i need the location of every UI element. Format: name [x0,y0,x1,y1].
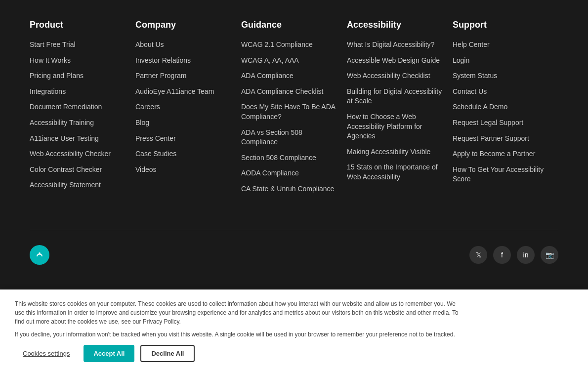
social-icon-twitter[interactable]: 𝕏 [469,246,487,264]
footer-column-list-accessibility: What Is Digital Accessibility?Accessible… [347,40,443,182]
footer-column-list-support: Help CenterLoginSystem StatusContact UsS… [453,40,548,184]
logo-icon [30,245,49,265]
footer-column-list-product: Start Free TrialHow It WorksPricing and … [30,40,126,190]
list-item: ADA vs Section 508 Compliance [241,128,337,147]
footer-column-title-guidance: Guidance [241,20,337,30]
link-how-to-choose-a-web-accessibility-platform-for-agencies[interactable]: How to Choose a Web Accessibility Platfo… [347,112,443,141]
list-item: Request Legal Support [453,118,548,128]
list-item: How to Choose a Web Accessibility Platfo… [347,112,443,141]
link-case-studies[interactable]: Case Studies [135,149,231,159]
list-item: Apply to Become a Partner [453,149,548,159]
link-ada-vs-section-508-compliance[interactable]: ADA vs Section 508 Compliance [241,128,337,147]
link-press-center[interactable]: Press Center [135,134,231,144]
link-document-remediation[interactable]: Document Remediation [30,102,126,112]
link-color-contrast-checker[interactable]: Color Contrast Checker [30,165,126,175]
link-investor-relations[interactable]: Investor Relations [135,56,231,66]
link-help-center[interactable]: Help Center [453,40,548,50]
list-item: WCAG 2.1 Compliance [241,40,337,50]
list-item: ADA Compliance Checklist [241,87,337,97]
footer-navigation: ProductStart Free TrialHow It WorksPrici… [0,0,588,230]
footer-column-product: ProductStart Free TrialHow It WorksPrici… [30,20,135,200]
list-item: A11iance User Testing [30,134,126,144]
link-building-for-digital-accessibility-at-scale[interactable]: Building for Digital Accessibility at Sc… [347,87,443,106]
list-item: Web Accessibility Checklist [347,71,443,81]
list-item: About Us [135,40,231,50]
link-web-accessibility-checklist[interactable]: Web Accessibility Checklist [347,71,443,81]
list-item: Schedule A Demo [453,102,548,112]
social-icon-facebook[interactable]: f [493,246,511,264]
list-item: Accessibility Training [30,118,126,128]
link-about-us[interactable]: About Us [135,40,231,50]
social-icon-instagram[interactable]: 📷 [541,246,558,264]
link-system-status[interactable]: System Status [453,71,548,81]
link-accessibility-training[interactable]: Accessibility Training [30,118,126,128]
list-item: WCAG A, AA, AAA [241,56,337,66]
link-schedule-a-demo[interactable]: Schedule A Demo [453,102,548,112]
list-item: Making Accessibility Visible [347,147,443,157]
list-item: Login [453,56,548,66]
footer-column-title-accessibility: Accessibility [347,20,443,30]
link-wcag-a-aa-aaa[interactable]: WCAG A, AA, AAA [241,56,337,66]
footer-column-title-company: Company [135,20,231,30]
link-pricing-and-plans[interactable]: Pricing and Plans [30,71,126,81]
link-integrations[interactable]: Integrations [30,87,126,97]
list-item: Pricing and Plans [30,71,126,81]
link-apply-to-become-a-partner[interactable]: Apply to Become a Partner [453,149,548,159]
link-ada-compliance-checklist[interactable]: ADA Compliance Checklist [241,87,337,97]
link-how-to-get-your-accessibility-score[interactable]: How To Get Your Accessibility Score [453,165,548,184]
list-item: Investor Relations [135,56,231,66]
footer-column-guidance: GuidanceWCAG 2.1 ComplianceWCAG A, AA, A… [241,20,347,200]
link-how-it-works[interactable]: How It Works [30,56,126,66]
link-audioeye-a11iance-team[interactable]: AudioEye A11iance Team [135,87,231,97]
list-item: Case Studies [135,149,231,159]
social-icons-container: 𝕏fin📷 [469,246,558,264]
link-blog[interactable]: Blog [135,118,231,128]
link-does-my-site-have-to-be-ada-compliance[interactable]: Does My Site Have To Be ADA Compliance? [241,102,337,122]
footer-column-list-company: About UsInvestor RelationsPartner Progra… [135,40,231,174]
list-item: Integrations [30,87,126,97]
link-section-508-compliance[interactable]: Section 508 Compliance [241,153,337,163]
link-videos[interactable]: Videos [135,165,231,175]
link-ca-state--unruh-compliance[interactable]: CA State & Unruh Compliance [241,184,337,194]
list-item: What Is Digital Accessibility? [347,40,443,50]
link-request-legal-support[interactable]: Request Legal Support [453,118,548,128]
link-ada-compliance[interactable]: ADA Compliance [241,71,337,81]
list-item: Building for Digital Accessibility at Sc… [347,87,443,106]
link-start-free-trial[interactable]: Start Free Trial [30,40,126,50]
link-15-stats-on-the-importance-of-web-accessibility[interactable]: 15 Stats on the Importance of Web Access… [347,163,443,182]
link-contact-us[interactable]: Contact Us [453,87,548,97]
link-wcag-21-compliance[interactable]: WCAG 2.1 Compliance [241,40,337,50]
svg-point-0 [34,249,45,260]
footer-column-list-guidance: WCAG 2.1 ComplianceWCAG A, AA, AAAADA Co… [241,40,337,194]
link-web-accessibility-checker[interactable]: Web Accessibility Checker [30,149,126,159]
link-partner-program[interactable]: Partner Program [135,71,231,81]
list-item: Contact Us [453,87,548,97]
list-item: Section 508 Compliance [241,153,337,163]
link-what-is-digital-accessibility[interactable]: What Is Digital Accessibility? [347,40,443,50]
list-item: 15 Stats on the Importance of Web Access… [347,163,443,182]
list-item: Blog [135,118,231,128]
link-accessibility-statement[interactable]: Accessibility Statement [30,180,126,190]
list-item: Partner Program [135,71,231,81]
svg-point-1 [39,252,41,254]
list-item: How To Get Your Accessibility Score [453,165,548,184]
list-item: Videos [135,165,231,175]
link-accessible-web-design-guide[interactable]: Accessible Web Design Guide [347,56,443,66]
list-item: Careers [135,102,231,112]
list-item: ADA Compliance [241,71,337,81]
link-aoda-compliance[interactable]: AODA Compliance [241,168,337,178]
list-item: AODA Compliance [241,168,337,178]
list-item: AudioEye A11iance Team [135,87,231,97]
list-item: Request Partner Support [453,134,548,144]
link-careers[interactable]: Careers [135,102,231,112]
list-item: Start Free Trial [30,40,126,50]
list-item: Does My Site Have To Be ADA Compliance? [241,102,337,122]
footer-column-accessibility: AccessibilityWhat Is Digital Accessibili… [347,20,453,200]
footer-column-title-support: Support [453,20,548,30]
social-icon-linkedin[interactable]: in [517,246,535,264]
link-login[interactable]: Login [453,56,548,66]
link-making-accessibility-visible[interactable]: Making Accessibility Visible [347,147,443,157]
link-a11iance-user-testing[interactable]: A11iance User Testing [30,134,126,144]
list-item: Press Center [135,134,231,144]
link-request-partner-support[interactable]: Request Partner Support [453,134,548,144]
